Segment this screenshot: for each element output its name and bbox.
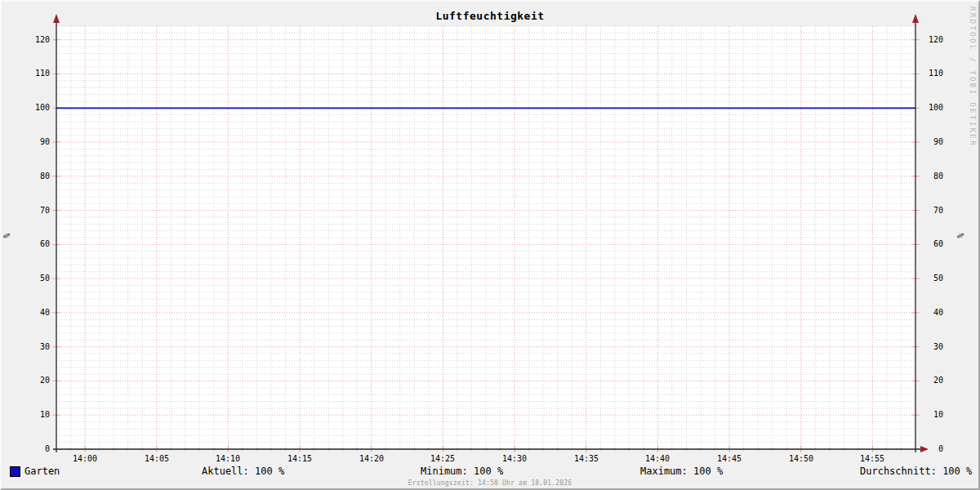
y-tick-label-right: 60 xyxy=(922,239,943,249)
y-tick-label-right: 120 xyxy=(922,35,943,45)
x-tick-label: 14:45 xyxy=(711,454,747,464)
y-tick-label-right: 100 xyxy=(922,103,943,113)
stat-durchschnitt: Durchschnitt: 100 % xyxy=(860,466,972,477)
y-tick-label-left: 100 xyxy=(29,103,50,113)
legend-row: Garten Aktuell: 100 % Minimum: 100 % Max… xyxy=(2,466,978,477)
plot-area xyxy=(2,2,980,490)
y-tick-label-left: 30 xyxy=(29,342,50,352)
y-tick-label-left: 50 xyxy=(29,274,50,283)
y-tick-label-right: 90 xyxy=(922,137,943,147)
y-tick-label-left: 10 xyxy=(29,410,50,420)
y-tick-label-right: 40 xyxy=(922,308,943,318)
y-tick-label-right: 30 xyxy=(922,342,943,352)
y-tick-label-right: 80 xyxy=(922,172,943,181)
y-tick-label-left: 90 xyxy=(29,137,50,147)
legend-swatch-garten xyxy=(10,466,20,477)
x-tick-label: 14:25 xyxy=(425,454,461,464)
y-tick-label-left: 20 xyxy=(29,376,50,385)
x-tick-label: 14:55 xyxy=(854,454,890,464)
x-tick-label: 14:40 xyxy=(639,454,675,464)
x-tick-label: 14:35 xyxy=(568,454,604,464)
y-tick-label-right: 10 xyxy=(922,410,943,420)
y-tick-label-left: 0 xyxy=(29,444,50,454)
stat-maximum: Maximum: 100 % xyxy=(640,466,723,477)
y-tick-label-left: 40 xyxy=(29,308,50,318)
y-tick-label-left: 110 xyxy=(29,69,50,78)
rrd-graph: Luftfeuchtigkeit RRDTOOL / TOBI OETIKER … xyxy=(0,0,980,490)
stat-aktuell: Aktuell: 100 % xyxy=(202,466,284,477)
y-tick-label-left: 70 xyxy=(29,206,50,216)
y-tick-label-right: 50 xyxy=(922,274,943,283)
legend-series-label: Garten xyxy=(24,466,60,477)
creation-timestamp: Erstellungszeit: 14:58 Uhr am 18.01.2026 xyxy=(2,479,978,487)
x-tick-label: 14:30 xyxy=(497,454,532,464)
y-tick-label-right: 110 xyxy=(922,69,943,78)
y-tick-label-left: 80 xyxy=(29,172,50,181)
x-tick-label: 14:00 xyxy=(67,454,103,464)
y-tick-label-right: 0 xyxy=(922,444,943,454)
x-tick-label: 14:20 xyxy=(354,454,390,464)
y-tick-label-right: 20 xyxy=(922,376,943,385)
x-tick-label: 14:05 xyxy=(139,454,175,464)
x-tick-label: 14:50 xyxy=(783,454,819,464)
y-tick-label-left: 60 xyxy=(29,239,50,249)
x-tick-label: 14:15 xyxy=(282,454,318,464)
x-tick-label: 14:10 xyxy=(210,454,246,464)
stat-minimum: Minimum: 100 % xyxy=(421,466,503,477)
y-tick-label-left: 120 xyxy=(29,35,50,45)
y-tick-label-right: 70 xyxy=(922,206,943,216)
